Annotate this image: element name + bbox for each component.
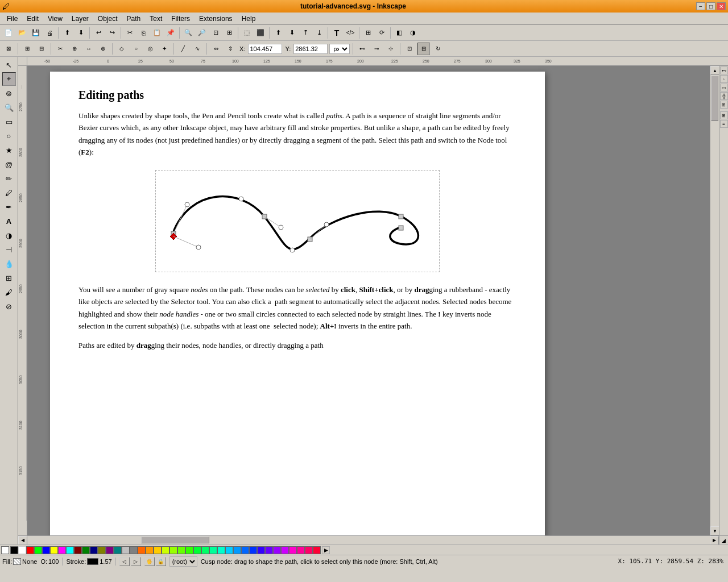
color-purple[interactable]: [106, 546, 114, 554]
undo-button[interactable]: ↩: [92, 27, 105, 39]
new-button[interactable]: 📄: [2, 27, 15, 39]
eraser-tool[interactable]: ⊘: [2, 300, 16, 313]
show-transform[interactable]: ↻: [432, 43, 444, 55]
node-x-lock[interactable]: ⇔: [210, 43, 222, 55]
auto-node[interactable]: ✦: [158, 43, 171, 55]
color-green7[interactable]: [209, 546, 217, 554]
paint-tool[interactable]: 🖌: [2, 285, 16, 299]
transform-btn[interactable]: ⟳: [375, 27, 388, 39]
raise-btn[interactable]: ⬆: [272, 27, 284, 39]
color-white[interactable]: [18, 546, 26, 554]
color-green4[interactable]: [185, 546, 193, 554]
snap-nodes[interactable]: ⊷: [356, 43, 369, 55]
color-orange2[interactable]: [146, 546, 154, 554]
color-teal[interactable]: [114, 546, 122, 554]
color-violet2[interactable]: [273, 546, 281, 554]
delete-seg[interactable]: ⊗: [97, 43, 109, 55]
no-color-swatch[interactable]: [1, 546, 9, 554]
color-red[interactable]: [26, 546, 34, 554]
curve-seg[interactable]: ∿: [191, 43, 204, 55]
color-blue4[interactable]: [241, 546, 249, 554]
xml-btn[interactable]: </>: [344, 27, 357, 39]
x-input[interactable]: [248, 44, 282, 54]
zoom-in[interactable]: 🔍: [182, 27, 195, 39]
snap-guide[interactable]: ╬: [720, 92, 728, 100]
color-yellow3[interactable]: [162, 546, 169, 554]
connector-tool[interactable]: ⊣: [2, 243, 16, 256]
fill-stroke-btn[interactable]: ◧: [393, 27, 406, 39]
snap-nodes-r[interactable]: ◦: [720, 75, 728, 83]
show-grid[interactable]: ⊞: [720, 111, 728, 119]
scroll-up-button[interactable]: ▲: [710, 66, 719, 75]
color-green8[interactable]: [217, 546, 225, 554]
color-maroon[interactable]: [74, 546, 82, 554]
paste-button[interactable]: 📋: [151, 27, 163, 39]
color-pink4[interactable]: [313, 546, 321, 554]
zoom-fit-page[interactable]: ⊡: [403, 43, 416, 55]
color-indigo[interactable]: [257, 546, 265, 554]
scroll-left-button[interactable]: ◀: [18, 536, 27, 545]
menu-file[interactable]: File: [2, 14, 22, 24]
node-opacity-up[interactable]: ▷: [131, 557, 141, 566]
color-black[interactable]: [10, 546, 18, 554]
pencil-tool[interactable]: ✏: [2, 172, 16, 185]
color-green5[interactable]: [193, 546, 201, 554]
menu-help[interactable]: Help: [237, 14, 260, 24]
scroll-down-button[interactable]: ▼: [710, 526, 719, 535]
color-pink1[interactable]: [289, 546, 297, 554]
group-btn[interactable]: ⬚: [241, 27, 253, 39]
color-yellow2[interactable]: [154, 546, 162, 554]
menu-edit[interactable]: Edit: [22, 14, 43, 24]
paste-in-place[interactable]: 📌: [164, 27, 177, 39]
color-silver[interactable]: [122, 546, 130, 554]
text-tool[interactable]: A: [2, 214, 16, 228]
color-blue3[interactable]: [233, 546, 241, 554]
tweak-tool[interactable]: ⊚: [2, 86, 16, 100]
color-violet[interactable]: [265, 546, 273, 554]
color-pink2[interactable]: [297, 546, 305, 554]
close-button[interactable]: ✕: [717, 2, 726, 10]
menu-filters[interactable]: Filters: [167, 14, 195, 24]
color-green[interactable]: [82, 546, 90, 554]
snap-enable[interactable]: ⊷: [720, 66, 728, 74]
scroll-thumb-h[interactable]: [141, 537, 209, 543]
cusp-node[interactable]: ◇: [115, 43, 128, 55]
callig-tool[interactable]: ✒: [2, 200, 16, 214]
print-button[interactable]: 🖨: [43, 27, 56, 39]
pen-tool[interactable]: 🖊: [2, 186, 16, 199]
gradients-btn[interactable]: ◑: [407, 27, 419, 39]
scroll-right-button[interactable]: ▶: [710, 536, 719, 545]
color-lime[interactable]: [34, 546, 42, 554]
scroll-thumb-v[interactable]: [711, 76, 718, 121]
rect-tool[interactable]: ▭: [2, 115, 16, 128]
lower-btn[interactable]: ⬇: [286, 27, 298, 39]
ellipse-tool[interactable]: ○: [2, 129, 16, 143]
snap-grid[interactable]: ⊞: [720, 101, 728, 109]
color-green6[interactable]: [201, 546, 209, 554]
color-cyan[interactable]: [66, 546, 74, 554]
join-ends[interactable]: ↔: [82, 43, 95, 55]
color-blue[interactable]: [42, 546, 50, 554]
snap-midpoint[interactable]: ⊸: [370, 43, 383, 55]
layer-select[interactable]: (root): [169, 556, 197, 567]
open-button[interactable]: 📂: [16, 27, 28, 39]
menu-text[interactable]: Text: [145, 14, 167, 24]
redo-button[interactable]: ↪: [106, 27, 118, 39]
snap-ctrl[interactable]: ⊹: [384, 43, 397, 55]
color-yellow[interactable]: [50, 546, 58, 554]
line-seg[interactable]: ╱: [177, 43, 189, 55]
maximize-button[interactable]: □: [706, 2, 715, 10]
zoom-sel[interactable]: ⊞: [223, 27, 235, 39]
gradient-tool[interactable]: ◑: [2, 228, 16, 242]
dropper-tool[interactable]: 💧: [2, 257, 16, 271]
align-btn[interactable]: ⊞: [362, 27, 374, 39]
color-violet3[interactable]: [281, 546, 289, 554]
smooth-node[interactable]: ○: [130, 43, 142, 55]
zoom-fit-draw[interactable]: ⊟: [417, 43, 430, 55]
copy-button[interactable]: ⎘: [137, 27, 150, 39]
cut-button[interactable]: ✂: [123, 27, 136, 39]
zoom-out[interactable]: 🔎: [196, 27, 208, 39]
menu-path[interactable]: Path: [122, 14, 146, 24]
add-node[interactable]: ⊞: [21, 43, 34, 55]
color-pink3[interactable]: [305, 546, 313, 554]
